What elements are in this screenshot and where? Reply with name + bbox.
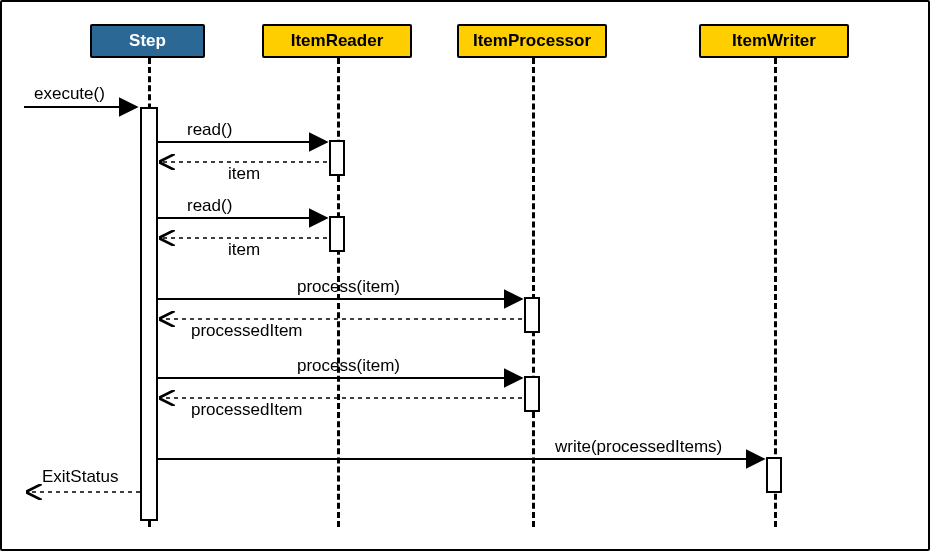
lifeline-processor bbox=[532, 58, 535, 527]
activation-writer bbox=[766, 457, 782, 493]
label-execute: execute() bbox=[34, 84, 105, 104]
label-proc1-call: process(item) bbox=[297, 277, 400, 297]
label-read1-call: read() bbox=[187, 120, 232, 140]
label-write-call: write(processedItems) bbox=[555, 437, 722, 457]
label-read2-call: read() bbox=[187, 196, 232, 216]
activation-step-main bbox=[140, 107, 158, 521]
participant-step: Step bbox=[90, 24, 205, 58]
participant-itemreader: ItemReader bbox=[262, 24, 412, 58]
label-read2-return: item bbox=[228, 240, 260, 260]
label-proc2-return: processedItem bbox=[191, 400, 303, 420]
label-read1-return: item bbox=[228, 164, 260, 184]
label-exitstatus: ExitStatus bbox=[42, 467, 119, 487]
activation-reader-2 bbox=[329, 216, 345, 252]
activation-processor-1 bbox=[524, 297, 540, 333]
sequence-diagram-frame: Step ItemReader ItemProcessor ItemWriter bbox=[0, 0, 930, 551]
participant-itemwriter: ItemWriter bbox=[699, 24, 849, 58]
label-proc2-call: process(item) bbox=[297, 356, 400, 376]
label-proc1-return: processedItem bbox=[191, 321, 303, 341]
participant-itemprocessor: ItemProcessor bbox=[457, 24, 607, 58]
activation-processor-2 bbox=[524, 376, 540, 412]
activation-reader-1 bbox=[329, 140, 345, 176]
